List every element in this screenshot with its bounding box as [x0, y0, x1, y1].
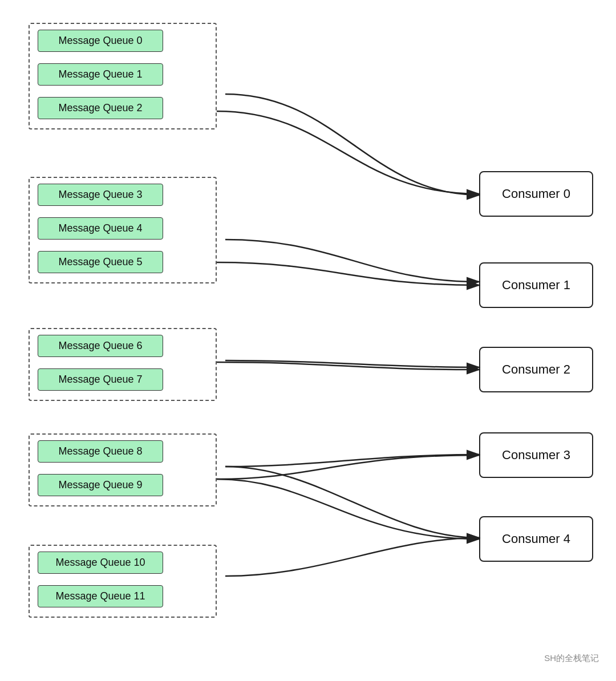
queue-box-2: Message Queue 2 — [38, 97, 163, 119]
watermark-text: SH的全栈笔记 — [544, 653, 599, 663]
line-g0-c0 — [225, 94, 479, 195]
connection-g3-c3 — [217, 455, 479, 479]
connection-g3-c4 — [217, 479, 479, 539]
queue-box-4: Message Queue 4 — [38, 217, 163, 240]
consumer-label-4: Consumer 4 — [502, 532, 570, 546]
consumer-label-3: Consumer 3 — [502, 448, 570, 463]
line-g4-c4 — [225, 538, 479, 576]
line-g3-c3 — [225, 455, 479, 467]
consumer-box-4: Consumer 4 — [479, 516, 593, 562]
consumer-label-2: Consumer 2 — [502, 362, 570, 377]
connection-g1-c1 — [217, 262, 479, 285]
consumer-box-1: Consumer 1 — [479, 262, 593, 308]
queue-box-8: Message Queue 8 — [38, 440, 163, 463]
queue-box-6: Message Queue 6 — [38, 335, 163, 357]
consumer-box-0: Consumer 0 — [479, 171, 593, 217]
queue-group-3: Message Queue 8 Message Queue 9 — [29, 433, 217, 506]
queue-box-9: Message Queue 9 — [38, 474, 163, 496]
queue-group-0: Message Queue 0 Message Queue 1 Message … — [29, 23, 217, 129]
queue-group-1: Message Queue 3 Message Queue 4 Message … — [29, 177, 217, 283]
line-g3-c4 — [225, 467, 479, 538]
queue-group-2: Message Queue 6 Message Queue 7 — [29, 328, 217, 401]
diagram: Message Queue 0 Message Queue 1 Message … — [0, 0, 616, 681]
queue-box-5: Message Queue 5 — [38, 251, 163, 273]
queue-group-4: Message Queue 10 Message Queue 11 — [29, 545, 217, 618]
line-g2-c2 — [225, 360, 479, 367]
consumer-box-3: Consumer 3 — [479, 432, 593, 478]
watermark: SH的全栈笔记 — [544, 653, 599, 664]
queue-box-1: Message Queue 1 — [38, 63, 163, 86]
connection-g2-c2 — [217, 362, 479, 370]
queue-box-3: Message Queue 3 — [38, 184, 163, 206]
connection-g0-c0 — [217, 111, 479, 194]
consumer-label-1: Consumer 1 — [502, 278, 570, 293]
queue-box-0: Message Queue 0 — [38, 30, 163, 52]
line-g1-c1 — [225, 240, 479, 282]
queue-box-7: Message Queue 7 — [38, 368, 163, 391]
queue-box-11: Message Queue 11 — [38, 585, 163, 607]
queue-box-10: Message Queue 10 — [38, 552, 163, 574]
consumer-box-2: Consumer 2 — [479, 347, 593, 392]
consumer-label-0: Consumer 0 — [502, 187, 570, 201]
